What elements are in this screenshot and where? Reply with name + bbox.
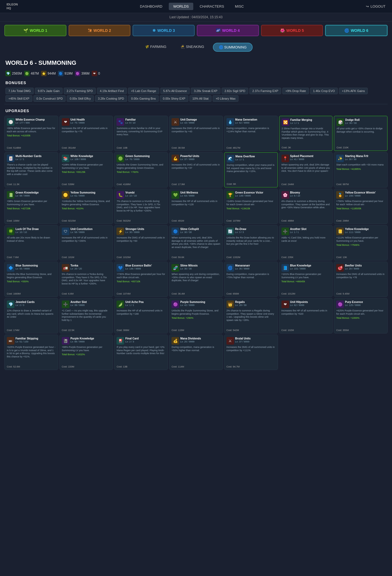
upgrade-desc: During competition, mana generation is +…	[226, 127, 275, 133]
upgrade-card-8[interactable]: 📚 White Knowledge Lv: 108 / 9999 +108% W…	[59, 152, 113, 188]
upgrade-icon: 💪	[171, 155, 179, 162]
sub-tab-sneaking[interactable]: 🥷 SNEAKING	[175, 43, 210, 52]
upgrade-level: Lv: 125 / 9999	[345, 304, 363, 307]
upgrade-card-27[interactable]: 📒 Yellow Knowledge Lv: 111 / 9999 +111% …	[334, 225, 388, 261]
world-tab-6[interactable]: 🌀 WORLD 6	[325, 25, 388, 36]
upgrade-cost: Cost: 174M	[7, 329, 19, 332]
upgrade-card-14[interactable]: 📗 Green Knowledge Lv: 98 / 9999 +98% Gre…	[4, 189, 58, 224]
upgrade-card-0[interactable]: ⚪ White Essence Champ Lv: 177 / 999 +80%…	[4, 116, 58, 151]
upgrade-card-41[interactable]: 🟣 Purp Essence Lv: 125 / 9999 +625% Purp…	[334, 298, 388, 333]
world2-label: WORLD 2	[93, 28, 111, 33]
upgrade-name: Yellow Summoning	[71, 191, 96, 194]
upgrade-icon: 🌊	[227, 155, 234, 163]
upgrade-card-20[interactable]: 🏅 Yellow Essence Winnin' Lv: 156 / 9999 …	[334, 189, 388, 224]
sub-tabs: 🌾 FARMING 🥷 SNEAKING 🌀 SUMMONING	[0, 39, 392, 55]
upgrade-bonus: Total Bonus: +290%	[171, 317, 220, 319]
upgrade-card-12[interactable]: 📍 Spiked Placement Lv: 41 / 9999 When sp…	[279, 152, 333, 188]
upgrade-header: 💪 Powerful Units Lv: 37 / 9999	[171, 155, 220, 162]
upgrade-name: Blue Summoning	[16, 264, 38, 267]
upgrade-card-3[interactable]: ⚔ Unit Damage Lv: 43 / 9999 Increases th…	[169, 116, 223, 151]
upgrade-card-18[interactable]: 🏆 Green Essence Victor Lv: 149 / 9999 +1…	[224, 189, 278, 224]
upgrade-header: 📚 White Knowledge Lv: 108 / 9999	[62, 155, 111, 162]
upgrade-card-10[interactable]: 💪 Powerful Units Lv: 37 / 9999 Increases…	[169, 152, 223, 188]
upgrade-card-9[interactable]: 🟢 Green Summoning Lv: 76 / 9999 Unlocks …	[114, 152, 168, 188]
upgrade-card-2[interactable]: 🐾 Familiar Lv: 8 / 10 Summons a slime fa…	[114, 116, 168, 151]
upgrade-cost: Cost: 101M	[62, 256, 74, 259]
upgrade-card-7[interactable]: 🃏 Multi-Number Cards Lv: 1 / 1 There's a…	[4, 152, 58, 188]
upgrade-card-11[interactable]: 🌊 Mana Overflow Lv: 1 / 1 During competi…	[224, 152, 278, 188]
upgrade-card-17[interactable]: 💚 Unit Wellness Lv: 64 / 9999 Increases …	[169, 189, 223, 224]
world-tab-5[interactable]: 🌺 WORLD 5	[261, 25, 323, 36]
upgrade-card-46[interactable]: ⚔ Brutal Units Lv: 37 / 9999 Increases t…	[224, 335, 278, 370]
upgrade-name: Luck Of The Draw	[16, 228, 39, 231]
upgrade-card-37[interactable]: 🫛 Unit Ache Pea Lv: 1 / 1 Increases the …	[114, 298, 168, 333]
upgrade-card-25[interactable]: 🔄 Re-Draw Lv: 3 / 3 Unlocks the Re-Draw …	[224, 225, 278, 261]
upgrade-card-6[interactable]: 🎲 Dodge Roll Lv: 30 / 30 All your units …	[334, 116, 388, 151]
sub-tab-farming[interactable]: 🌾 FARMING	[139, 43, 172, 52]
upgrade-card-29[interactable]: 🚛 Tonka Lv: 20 / 20 5% chance to summon …	[59, 262, 113, 297]
upgrade-card-34[interactable]: 🥩 Beefier Units Lv: 29 / 9999 Increases …	[334, 262, 388, 297]
bonus-badge-2: 2.27x Farming SPD	[64, 88, 96, 94]
sub-tab-summoning[interactable]: 🌀 SUMMONING	[213, 43, 253, 52]
gem-icon: 💎	[5, 71, 11, 76]
upgrade-card-5[interactable]: 🔀 Familiar Merging Lv: 1 / 1 2 Slime Fam…	[279, 116, 333, 151]
upgrade-card-19[interactable]: 🌸 Bloomy Lv: 6 / 10 4% chance to summon …	[279, 189, 333, 224]
upgrade-card-13[interactable]: ✨ Starting Mana Frfr Lv: 30 / 30 Start e…	[334, 152, 388, 188]
world-tab-1[interactable]: 🌱 WORLD 1	[4, 25, 66, 36]
upgrade-name: Final Card	[125, 337, 139, 340]
upgrade-name: Yellow Knowledge	[345, 228, 369, 231]
upgrade-desc: All units are 20x more likely to be draw…	[7, 236, 56, 243]
upgrade-desc: 7% chance to summon a Vrumbi during comp…	[117, 200, 166, 213]
world5-label: WORLD 5	[286, 28, 304, 33]
world-tab-4[interactable]: 🌌 WORLD 4	[197, 25, 259, 36]
upgrade-level: Lv: 101 / 9999	[290, 267, 311, 270]
upgrade-icon: 🐾	[117, 118, 124, 126]
upgrade-name: Manaranarr	[235, 264, 250, 267]
world-tab-3[interactable]: ❄ WORLD 3	[133, 25, 195, 36]
last-updated-value: 04/03/2024, 15:15:43	[192, 15, 222, 19]
nav-characters[interactable]: CHARACTERS	[195, 3, 229, 10]
upgrade-card-35[interactable]: 💎 Jeweled Cards Lv: 2 / 3 12% chance to …	[4, 298, 58, 333]
nav-misc[interactable]: MISC	[231, 3, 248, 10]
upgrade-cost: Cost: 11.3K	[7, 183, 20, 186]
upgrade-card-42[interactable]: ⏭ Familiar Skipping Lv: 51 / 100 +625% P…	[4, 335, 58, 370]
upgrade-card-15[interactable]: 🟡 Yellow Summoning Lv: 61 / 9999 +Unlock…	[59, 189, 113, 224]
upgrade-card-36[interactable]: ➕ Another Slot Lv: 39 / 9999 +1 Card — A…	[59, 298, 113, 333]
upgrade-card-1[interactable]: ❤ Unit Health Lv: 75 / 9999 Increases th…	[59, 116, 113, 151]
world-tab-2[interactable]: 🏜 WORLD 2	[69, 25, 131, 36]
upgrade-name: Blue Knowledge	[290, 264, 311, 267]
upgrade-card-43[interactable]: 📓 Purple Knowledge Lv: 88 / 9999 +88% Pu…	[59, 335, 113, 370]
upgrade-card-28[interactable]: 🔷 Blue Summoning Lv: 55 / 9999 Unlocks t…	[4, 262, 58, 297]
upgrade-cost: Cost: 106M	[7, 219, 19, 222]
upgrade-card-31[interactable]: 🧬 Slime Mitosis Lv: 30 / 30 When spawnin…	[169, 262, 223, 297]
upgrade-card-16[interactable]: 🐛 Vrumbi Lv: 10 / 10 7% chance to summon…	[114, 189, 168, 224]
upgrade-card-4[interactable]: 💧 Mana Generation Lv: 62 / 9999 During c…	[224, 116, 278, 151]
upgrade-cost: Cost: 36.4M	[171, 292, 185, 295]
logout-button[interactable]: ↪ LOGOUT	[366, 4, 385, 8]
upgrade-card-23[interactable]: ⚡ Stronger Units Lv: 30 / 9999 Increases…	[114, 225, 168, 261]
upgrade-icon: 🌸	[281, 191, 289, 199]
upgrade-cost: Cost: 656M	[226, 292, 239, 295]
upgrade-icon: 🟣	[171, 301, 179, 308]
upgrade-header: ❤ Unit Health Lv: 75 / 9999	[62, 118, 111, 126]
nav-dashboard[interactable]: DASHBOARD	[136, 3, 167, 10]
stat-star: ⭐ 944M	[41, 71, 56, 76]
upgrade-card-32[interactable]: 🌀 Manaranarr Lv: 35 / 9999 During compet…	[224, 262, 278, 297]
upgrade-card-39[interactable]: 👑 Regalis Lv: 28 / 30 2% chance to summo…	[224, 298, 278, 333]
upgrade-card-26[interactable]: ➕ Another Slot Lv: 1 / 1 Adds +1 Card Sl…	[279, 225, 333, 261]
upgrade-card-38[interactable]: 🟣 Purple Summoning Lv: 42 / 9999 Unlocks…	[169, 298, 223, 333]
upgrade-icon: 🃏	[7, 155, 14, 162]
upgrade-name: Green Essence Victor	[235, 191, 263, 194]
upgrade-card-21[interactable]: 🍀 Luck Of The Draw Lv: 10 / 10 All units…	[4, 225, 58, 261]
upgrade-card-45[interactable]: 💰 Mana Dividends Lv: 25 / 9999 During co…	[169, 335, 223, 370]
upgrade-card-44[interactable]: 🎴 Final Card Lv: 2 / 3 If you play every…	[114, 335, 168, 370]
upgrade-icon: 📗	[7, 191, 14, 199]
upgrade-card-24[interactable]: 🔵 Slime Cellsplit Lv: 30 / 30 When summo…	[169, 225, 223, 261]
upgrade-desc: +790% Yellow Essence generated per hour …	[336, 200, 385, 206]
upgrade-card-22[interactable]: 🛡 Unit Constitution Lv: 58 / 9999 Increa…	[59, 225, 113, 261]
upgrade-card-33[interactable]: 📘 Blue Knowledge Lv: 101 / 9999 +101% Bl…	[279, 262, 333, 297]
upgrade-card-40[interactable]: ❤ Unit Hitpoints Lv: 62 / 9999 Increases…	[279, 298, 333, 333]
upgrade-card-30[interactable]: 💙 Blue Essence Ballin' Lv: 146 / 9999 +7…	[114, 262, 168, 297]
upgrade-bonus: Total Bonus: +1000%	[336, 317, 385, 319]
nav-worlds[interactable]: WORLDS	[169, 3, 193, 10]
